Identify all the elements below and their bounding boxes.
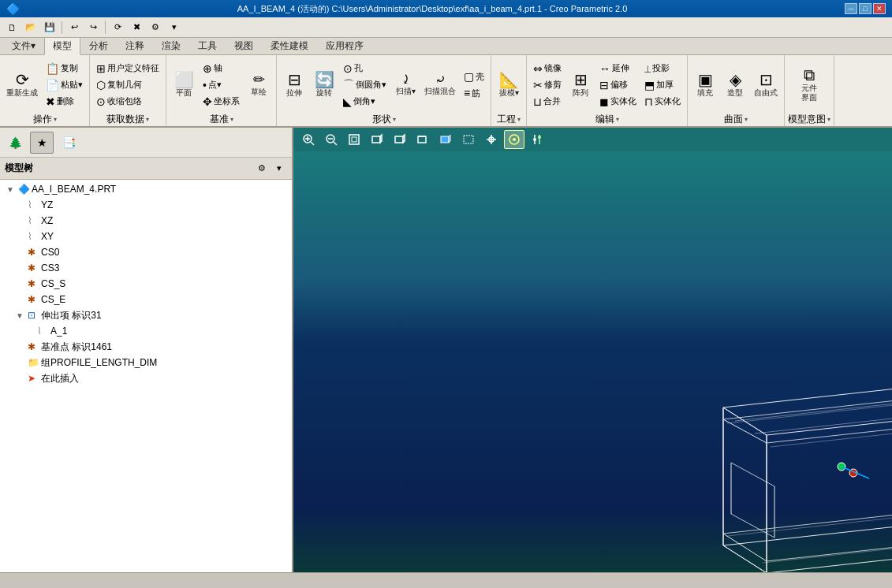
model-tree-content[interactable]: ▼ 🔷 AA_I_BEAM_4.PRT ⌇ YZ ⌇ XZ ⌇ XY (0, 180, 292, 572)
paste-button[interactable]: 📄 粘贴▾ (43, 77, 86, 93)
view-settings-button[interactable] (527, 130, 547, 149)
chamfer-button[interactable]: ◣ 倒角▾ (340, 94, 390, 110)
swept-blend-button[interactable]: ⤾ 扫描混合 (421, 71, 459, 99)
new-button[interactable]: 🗋 (3, 20, 21, 35)
axis-button[interactable]: ⊕ 轴 (200, 61, 243, 76)
hole-button[interactable]: ⊙ 孔 (340, 61, 390, 76)
tab-file[interactable]: 文件▾ (3, 37, 44, 54)
no-hidden-button[interactable] (412, 130, 433, 149)
tab-tools[interactable]: 工具 (189, 37, 226, 54)
quick-settings-dropdown[interactable]: ▾ (166, 20, 183, 35)
intent-dropdown-icon[interactable]: ▾ (827, 116, 830, 123)
zoom-out-button[interactable] (321, 130, 341, 149)
style-button[interactable]: ◈ 造型 (721, 69, 749, 100)
point-button[interactable]: • 点▾ (200, 77, 243, 93)
tree-item-cs0[interactable]: ✱ CS0 (0, 244, 292, 260)
tree-item-cs3[interactable]: ✱ CS3 (0, 260, 292, 276)
solidify-button[interactable]: ◼ 实体化 (596, 94, 640, 110)
redo-button[interactable]: ↪ (84, 20, 102, 35)
trim-button[interactable]: ✂ 修剪 (530, 77, 565, 93)
hidden-line-button[interactable] (390, 130, 410, 149)
tree-item-insert[interactable]: ➤ 在此插入 (0, 370, 292, 386)
round-button[interactable]: ⌒ 倒圆角▾ (340, 77, 390, 93)
tab-app[interactable]: 应用程序 (317, 37, 372, 54)
model-tree-toggle[interactable]: 🌲 (3, 132, 27, 154)
pattern-button[interactable]: ⊞ 阵列 (566, 69, 595, 100)
sweep-button[interactable]: ⤸ 扫描▾ (391, 71, 420, 99)
offset-button[interactable]: ⊟ 偏移 (596, 77, 640, 93)
surface-dropdown-icon[interactable]: ▾ (745, 116, 748, 123)
draft-button[interactable]: 📐 拔模▾ (495, 69, 523, 100)
tab-analysis[interactable]: 分析 (80, 37, 117, 54)
thicken-button[interactable]: ⬒ 加厚 (641, 77, 684, 93)
plane-button[interactable]: ⬜ 平面 (170, 69, 198, 100)
tree-item-a1[interactable]: ⌇ A_1 (0, 323, 292, 339)
shrink-wrap-button[interactable]: ⊙ 收缩包络 (93, 94, 162, 110)
intersect-button[interactable]: ⊓ 实体化 (641, 94, 684, 110)
tab-view[interactable]: 视图 (226, 37, 262, 54)
wireframe-button[interactable] (367, 130, 387, 149)
extend-button[interactable]: ↔ 延伸 (596, 61, 640, 76)
tab-flex[interactable]: 柔性建模 (262, 37, 317, 54)
active-view-button[interactable] (504, 130, 524, 149)
coord-button[interactable]: ✥ 坐标系 (200, 94, 243, 110)
undo-button[interactable]: ↩ (65, 20, 83, 35)
project-button[interactable]: ⟂ 投影 (641, 61, 684, 76)
user-defined-feature-button[interactable]: ⊞ 用户定义特征 (93, 61, 162, 76)
layer-tree-toggle[interactable]: 📑 (57, 132, 80, 154)
freestyle-button[interactable]: ⊡ 自由式 (751, 69, 781, 100)
open-button[interactable]: 📂 (22, 20, 39, 35)
tree-settings-button[interactable]: ⚙ (254, 162, 270, 176)
zoom-in-button[interactable] (298, 130, 319, 149)
tree-expand-button[interactable]: ▾ (271, 162, 287, 176)
tab-model[interactable]: 模型 (44, 37, 80, 55)
settings-button[interactable]: ⚙ (147, 20, 164, 35)
data-dropdown-icon[interactable]: ▾ (146, 116, 149, 123)
component-interface-button[interactable]: ⧉ 元件界面 (795, 65, 823, 105)
merge-button[interactable]: ⊔ 合并 (530, 94, 565, 110)
coord-icon: ✥ (203, 95, 212, 108)
tree-item-root[interactable]: ▼ 🔷 AA_I_BEAM_4.PRT (0, 181, 292, 197)
tree-item-xy[interactable]: ⌇ XY (0, 229, 292, 244)
sketch-button[interactable]: ✏ 草绘 (244, 70, 273, 99)
regenerate-large-button[interactable]: ⟳ 重新生成 (3, 69, 41, 100)
ribbon-group-engineering: 📐 拔模▾ 工程 ▾ (491, 55, 527, 126)
tree-item-cse[interactable]: ✱ CS_E (0, 292, 292, 307)
shaded-button[interactable] (435, 130, 456, 149)
tree-item-yz[interactable]: ⌇ YZ (0, 197, 292, 213)
minimize-button[interactable]: ─ (845, 3, 857, 14)
save-button[interactable]: 💾 (41, 20, 58, 35)
copy-button[interactable]: 📋 复制 (43, 61, 86, 76)
revolve-button[interactable]: 🔄 旋转 (310, 69, 338, 100)
delete-button[interactable]: ✖ 删除 (43, 94, 86, 110)
bbox-button[interactable] (458, 130, 479, 149)
datum-dropdown-icon[interactable]: ▾ (230, 116, 233, 123)
tab-annotation[interactable]: 注释 (117, 37, 153, 54)
rib-button[interactable]: ≡ 筋 (461, 85, 487, 101)
mirror-button[interactable]: ⇔ 镜像 (530, 61, 565, 76)
extrude-button[interactable]: ⊟ 拉伸 (280, 69, 308, 100)
tree-item-group[interactable]: 📁 组PROFILE_LENGTH_DIM (0, 355, 292, 370)
tree-item-datum[interactable]: ✱ 基准点 标识1461 (0, 339, 292, 355)
eng-dropdown-icon[interactable]: ▾ (517, 116, 521, 123)
fit-view-button[interactable] (344, 130, 364, 149)
tree-item-xz[interactable]: ⌇ XZ (0, 213, 292, 229)
close-button[interactable]: ✕ (873, 3, 886, 14)
maximize-button[interactable]: □ (859, 3, 871, 14)
spin-center-button[interactable] (481, 130, 502, 149)
regenerate-button[interactable]: ⟳ (109, 20, 126, 35)
tab-render[interactable]: 渲染 (153, 37, 189, 54)
copy-geometry-button[interactable]: ⬡ 复制几何 (93, 77, 162, 93)
chamfer-icon: ◣ (343, 95, 352, 108)
shell-button[interactable]: ▢ 壳 (461, 69, 487, 84)
ops-dropdown-icon[interactable]: ▾ (54, 116, 57, 123)
edit-dropdown-icon[interactable]: ▾ (616, 116, 619, 123)
tree-item-extrude[interactable]: ▼ ⊡ 伸出项 标识31 (0, 307, 292, 323)
close-window-button[interactable]: ✖ (128, 20, 145, 35)
fill-button[interactable]: ▣ 填充 (691, 69, 719, 100)
shape-dropdown-icon[interactable]: ▾ (393, 116, 396, 123)
feature-manager[interactable]: ★ (30, 132, 54, 154)
3d-canvas[interactable] (293, 151, 892, 572)
tree-item-css[interactable]: ✱ CS_S (0, 276, 292, 292)
ribbon-group-edit: ⇔ 镜像 ✂ 修剪 ⊔ 合并 ⊞ 阵列 ↔ 延伸 (527, 55, 688, 126)
